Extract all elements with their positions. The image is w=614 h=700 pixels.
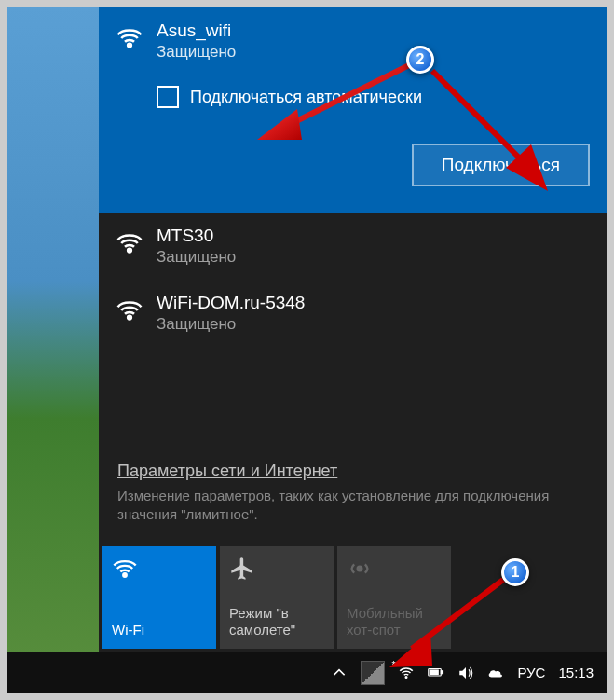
network-status: Защищено: [157, 248, 590, 267]
svg-line-11: [432, 71, 529, 168]
airplane-mode-tile[interactable]: Режим "в самолете": [220, 546, 334, 649]
network-settings-link[interactable]: Параметры сети и Интернет: [117, 461, 588, 481]
tray-chevron-up-icon[interactable]: [331, 665, 348, 681]
svg-point-3: [123, 573, 127, 577]
clock[interactable]: 15:13: [558, 665, 594, 680]
svg-line-9: [283, 65, 409, 128]
wifi-icon: [116, 24, 143, 52]
annotation-arrow: [427, 65, 566, 204]
network-status: Защищено: [157, 315, 590, 334]
auto-connect-checkbox[interactable]: [157, 86, 179, 108]
callout-badge-2: 2: [406, 46, 434, 74]
tile-label: Wi-Fi: [112, 622, 207, 639]
network-item[interactable]: MTS30 Защищено: [99, 213, 607, 280]
wifi-tile[interactable]: Wi-Fi: [102, 546, 216, 649]
network-name: WiFi-DOM.ru-5348: [157, 293, 590, 313]
wifi-icon: [116, 229, 143, 257]
svg-point-2: [128, 316, 131, 320]
network-name: MTS30: [157, 226, 590, 246]
svg-marker-14: [389, 632, 432, 667]
language-indicator[interactable]: РУС: [517, 665, 545, 680]
network-name: Asus_wifi: [157, 21, 590, 41]
svg-point-0: [128, 44, 131, 48]
annotation-arrow: [380, 574, 511, 680]
network-item[interactable]: WiFi-DOM.ru-5348 Защищено: [99, 280, 607, 347]
annotation-arrow: [246, 61, 414, 158]
callout-badge-1: 1: [501, 558, 529, 586]
tile-label: Режим "в самолете": [229, 605, 324, 640]
desktop-wallpaper: [7, 7, 99, 693]
airplane-icon: [229, 556, 255, 582]
taskbar: * РУС 15:13: [7, 652, 607, 693]
network-settings-section: Параметры сети и Интернет Изменение пара…: [99, 446, 607, 543]
svg-point-1: [128, 249, 131, 253]
network-settings-description: Изменение параметров, таких как установл…: [117, 487, 588, 525]
wifi-icon: [112, 556, 138, 582]
network-status: Защищено: [157, 43, 590, 62]
svg-marker-10: [257, 109, 302, 140]
hotspot-icon: [347, 556, 373, 582]
wifi-icon: [116, 296, 143, 324]
svg-point-4: [358, 567, 362, 571]
